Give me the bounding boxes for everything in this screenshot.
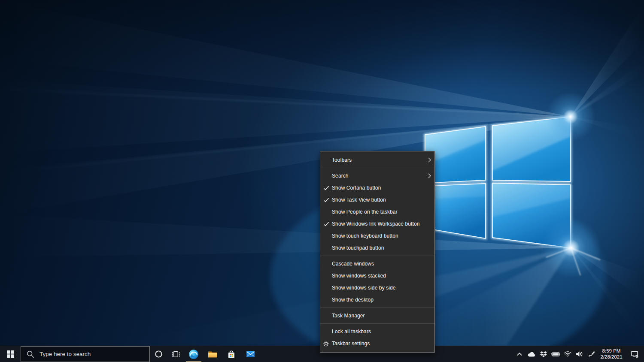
menu-item-show-cortana-button[interactable]: Show Cortana button — [320, 182, 434, 194]
taskbar-cortana-button[interactable] — [150, 346, 167, 362]
menu-item-show-windows-stacked[interactable]: Show windows stacked — [320, 270, 434, 282]
taskbar-mail-button[interactable] — [241, 346, 260, 362]
start-button[interactable] — [0, 346, 21, 362]
menu-item-label: Cascade windows — [332, 261, 424, 267]
clock-time: 8:59 PM — [602, 348, 621, 354]
menu-item-lock-all-taskbars[interactable]: Lock all taskbars — [320, 326, 434, 338]
menu-separator — [320, 308, 434, 308]
onedrive-icon — [527, 351, 536, 357]
action-center-button[interactable] — [625, 346, 644, 362]
menu-item-show-task-view-button[interactable]: Show Task View button — [320, 194, 434, 206]
search-input[interactable] — [39, 350, 149, 358]
menu-item-label: Show Windows Ink Workspace button — [332, 221, 424, 227]
menu-item-show-touchpad-button[interactable]: Show touchpad button — [320, 242, 434, 254]
menu-item-label: Search — [332, 173, 424, 179]
menu-item-taskbar-settings[interactable]: Taskbar settings — [320, 338, 434, 350]
edge-icon — [188, 349, 199, 360]
menu-item-label: Show Cortana button — [332, 185, 424, 191]
menu-item-label: Show touchpad button — [332, 245, 424, 251]
menu-item-label: Show touch keyboard button — [332, 233, 424, 239]
system-tray: 8:59 PM 2/28/2021 — [513, 346, 644, 362]
gear-icon — [320, 341, 332, 347]
store-icon — [226, 349, 237, 359]
tray-battery-button[interactable] — [550, 346, 562, 362]
file-explorer-icon — [207, 349, 218, 359]
search-icon — [27, 350, 34, 358]
taskbar-search-box[interactable] — [21, 346, 150, 362]
submenu-chevron-icon — [424, 157, 434, 163]
menu-item-label: Show Task View button — [332, 197, 424, 203]
windows-ink-pen-icon — [588, 350, 595, 358]
mail-icon — [245, 349, 256, 359]
taskbar-file-explorer-button[interactable] — [203, 346, 222, 362]
menu-item-toolbars[interactable]: Toolbars — [320, 154, 434, 166]
menu-item-label: Show People on the taskbar — [332, 209, 424, 215]
taskbar-app-buttons — [150, 346, 260, 362]
tray-wifi-button[interactable] — [562, 346, 574, 362]
menu-item-label: Show windows stacked — [332, 273, 424, 279]
menu-item-label: Taskbar settings — [332, 341, 424, 347]
menu-item-show-windows-ink-workspace-button[interactable]: Show Windows Ink Workspace button — [320, 218, 434, 230]
battery-icon — [551, 352, 560, 357]
wifi-icon — [564, 351, 572, 357]
menu-item-label: Task Manager — [332, 313, 424, 319]
windows-10-desktop-screen: { "context_menu": { "items": [ {"id":"to… — [0, 0, 644, 362]
hidden-icons-chevron-icon — [516, 352, 522, 356]
menu-item-show-people-on-the-taskbar[interactable]: Show People on the taskbar — [320, 206, 434, 218]
menu-item-show-the-desktop[interactable]: Show the desktop — [320, 294, 434, 306]
checkmark-icon — [320, 186, 332, 190]
menu-item-label: Toolbars — [332, 157, 424, 163]
tray-onedrive-button[interactable] — [526, 346, 538, 362]
menu-item-show-windows-side-by-side[interactable]: Show windows side by side — [320, 282, 434, 294]
submenu-chevron-icon — [424, 173, 434, 178]
windows-start-icon — [7, 350, 14, 358]
checkmark-icon — [320, 222, 332, 226]
menu-item-label: Show the desktop — [332, 297, 424, 303]
action-center-icon — [630, 350, 639, 359]
taskbar-context-menu: ToolbarsSearchShow Cortana buttonShow Ta… — [320, 151, 435, 353]
tray-hidden-icons-chevron-button[interactable] — [513, 346, 526, 362]
taskbar-task-view-button[interactable] — [167, 346, 184, 362]
menu-separator — [320, 256, 434, 256]
tray-icons — [513, 346, 598, 362]
tray-volume-button[interactable] — [574, 346, 586, 362]
task-view-icon — [171, 350, 180, 358]
checkmark-icon — [320, 198, 332, 202]
taskbar-store-button[interactable] — [222, 346, 241, 362]
taskbar-edge-button[interactable] — [184, 346, 203, 362]
cortana-icon — [155, 350, 163, 358]
menu-item-label: Lock all taskbars — [332, 329, 424, 335]
menu-item-cascade-windows[interactable]: Cascade windows — [320, 258, 434, 270]
menu-separator — [320, 168, 434, 168]
menu-item-label: Show windows side by side — [332, 285, 424, 291]
tray-windows-ink-pen-button[interactable] — [586, 346, 598, 362]
tray-dropbox-button[interactable] — [538, 346, 550, 362]
menu-item-show-touch-keyboard-button[interactable]: Show touch keyboard button — [320, 230, 434, 242]
menu-item-search[interactable]: Search — [320, 170, 434, 182]
taskbar-clock[interactable]: 8:59 PM 2/28/2021 — [598, 346, 625, 362]
clock-date: 2/28/2021 — [600, 354, 622, 360]
volume-icon — [575, 351, 584, 357]
menu-separator — [320, 323, 434, 324]
dropbox-icon — [540, 351, 547, 357]
menu-item-task-manager[interactable]: Task Manager — [320, 310, 434, 322]
